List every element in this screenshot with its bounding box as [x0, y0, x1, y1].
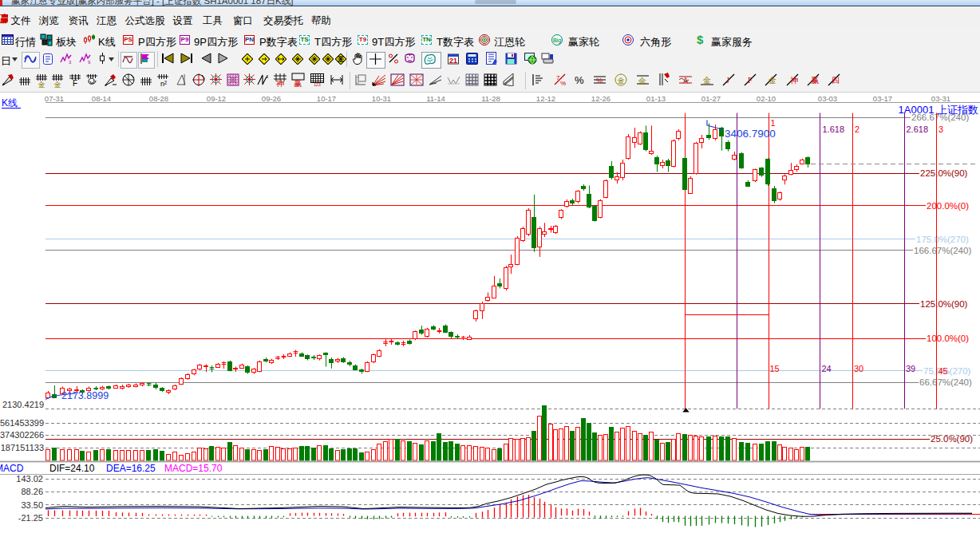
svg-text:07-31: 07-31 — [45, 94, 64, 103]
svg-text:MACD: MACD — [0, 463, 24, 474]
svg-text:03-03: 03-03 — [818, 94, 837, 103]
svg-text:08-28: 08-28 — [149, 94, 168, 103]
svg-text:10-31: 10-31 — [372, 94, 391, 103]
svg-text:12-26: 12-26 — [591, 94, 611, 103]
svg-text:DEA=16.25: DEA=16.25 — [106, 463, 156, 474]
svg-text:66.67%(240): 66.67%(240) — [919, 377, 972, 387]
svg-text:166.67%(240): 166.67%(240) — [914, 246, 971, 255]
svg-text:11-14: 11-14 — [426, 94, 445, 103]
svg-text:03-17: 03-17 — [873, 94, 892, 103]
svg-text:DIF=24.10: DIF=24.10 — [49, 463, 95, 474]
svg-text:25.0%(90): 25.0%(90) — [931, 434, 973, 444]
svg-text:39: 39 — [906, 364, 915, 373]
svg-text:200.0%(0): 200.0%(0) — [927, 201, 969, 211]
svg-text:100.0%(0): 100.0%(0) — [927, 334, 969, 343]
svg-text:01-27: 01-27 — [701, 94, 721, 103]
svg-text:266.67%(240): 266.67%(240) — [911, 113, 969, 122]
svg-text:143.02: 143.02 — [16, 474, 43, 484]
svg-text:12-12: 12-12 — [536, 94, 555, 103]
svg-text:45: 45 — [939, 366, 948, 376]
svg-text:08-14: 08-14 — [92, 94, 111, 103]
svg-text:01-13: 01-13 — [646, 94, 666, 103]
svg-text:MACD=15.70: MACD=15.70 — [164, 463, 223, 474]
svg-text:1: 1 — [771, 118, 776, 128]
svg-text:3406.7900: 3406.7900 — [725, 128, 776, 140]
svg-text:15: 15 — [770, 364, 780, 373]
svg-text:K线: K线 — [2, 97, 18, 109]
svg-text:09-26: 09-26 — [262, 94, 281, 103]
svg-text:1.618: 1.618 — [823, 124, 845, 134]
svg-text:374302266: 374302266 — [0, 430, 44, 440]
svg-text:175.0%(270): 175.0%(270) — [916, 235, 969, 244]
svg-text:02-10: 02-10 — [757, 94, 776, 103]
svg-text:11-28: 11-28 — [481, 94, 500, 103]
svg-text:-21.25: -21.25 — [18, 513, 43, 523]
svg-text:10-17: 10-17 — [317, 94, 336, 103]
svg-text:225.0%(90): 225.0%(90) — [920, 168, 968, 178]
svg-text:2130.4219: 2130.4219 — [2, 400, 44, 409]
svg-text:3: 3 — [939, 124, 943, 134]
svg-text:2: 2 — [855, 124, 859, 134]
svg-text:24: 24 — [822, 364, 832, 373]
svg-text:30: 30 — [854, 364, 863, 373]
svg-text:09-12: 09-12 — [207, 94, 226, 103]
svg-text:33.50: 33.50 — [21, 500, 43, 510]
svg-text:2173.8999: 2173.8999 — [61, 390, 109, 401]
svg-text:561453399: 561453399 — [0, 418, 44, 428]
svg-text:187151133: 187151133 — [1, 443, 44, 452]
svg-text:88.26: 88.26 — [21, 487, 43, 496]
svg-text:125.0%(90): 125.0%(90) — [920, 299, 968, 309]
svg-text:03-31: 03-31 — [931, 94, 950, 103]
svg-text:2.618: 2.618 — [907, 124, 929, 134]
